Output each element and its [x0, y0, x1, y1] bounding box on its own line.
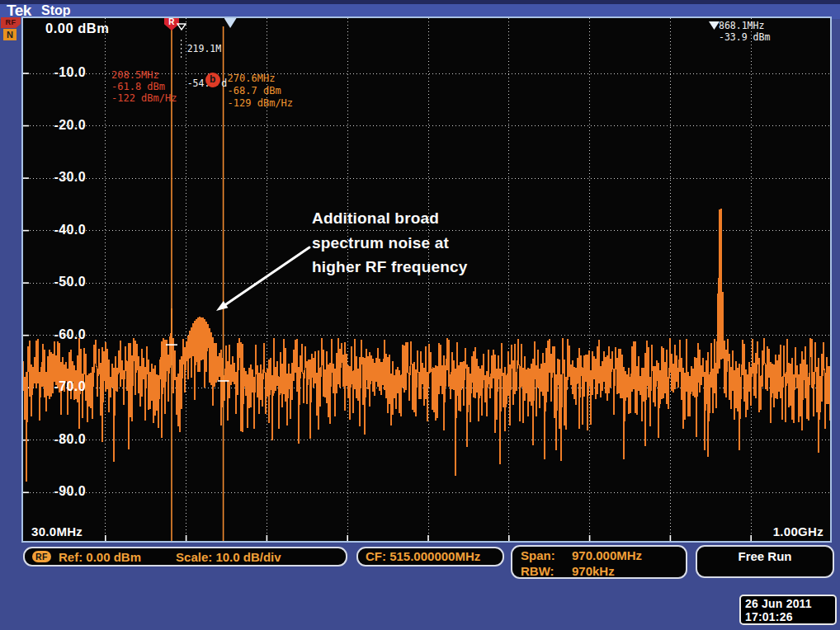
readout-line: 208.5MHz	[111, 69, 177, 81]
readout-line: -129 dBm/Hz	[228, 97, 293, 110]
ref-level-readout: Ref: 0.00 dBm	[59, 550, 141, 564]
span-value: 970.000MHz	[572, 548, 642, 562]
date-label: 26 Jun 2011	[745, 597, 835, 610]
marker-b-icon: b	[205, 73, 220, 87]
reference-peak-readout: 219.1M -54.8 d	[187, 20, 227, 112]
readout-line: 868.1MHz	[719, 20, 770, 31]
x-axis-start-label: 30.0MHz	[31, 524, 83, 538]
y-axis-tick-label: -60.0	[35, 327, 86, 344]
span-rbw-menu[interactable]: Span:970.000MHz RBW:970kHz	[511, 545, 687, 579]
peak-marker-readout: 868.1MHz-33.9 dBm	[719, 20, 770, 43]
normal-trace-badge-icon: N	[3, 29, 17, 40]
x-axis-end-label: 1.00GHz	[773, 524, 823, 538]
y-axis-tick-label: -50.0	[35, 275, 86, 291]
center-frequency-menu[interactable]: CF: 515.000000MHz	[356, 547, 504, 567]
reference-level-label: 0.00 dBm	[45, 21, 109, 36]
datetime-box: 26 Jun 2011 17:01:26	[739, 595, 837, 625]
readout-line: 219.1M	[187, 43, 227, 54]
y-axis-tick-label: -90.0	[35, 484, 86, 501]
y-axis-tick-label: -70.0	[35, 379, 86, 396]
readout-line: -61.8 dBm	[111, 81, 177, 92]
cf-readout: CF: 515.000000MHz	[366, 549, 480, 563]
y-axis-tick-label: -30.0	[35, 170, 86, 186]
marker-r-readout: 208.5MHz-61.8 dBm-122 dBm/Hz	[111, 69, 177, 104]
rf-ref-scale-menu[interactable]: RF Ref: 0.00 dBm Scale: 10.0 dB/div	[23, 547, 347, 567]
annotation-line: spectrum noise at	[312, 231, 468, 256]
readout-line: -68.7 dBm	[228, 85, 293, 97]
y-axis-tick-label: -40.0	[35, 223, 86, 239]
y-axis-tick-label: -20.0	[35, 118, 86, 134]
readout-line: -122 dBm/Hz	[111, 92, 177, 104]
peak-marker-outline-icon	[177, 23, 186, 31]
marker-b-readout: 270.6MHz-68.7 dBm-129 dBm/Hz	[228, 73, 293, 110]
span-label: Span:	[521, 548, 572, 564]
time-label: 17:01:26	[745, 610, 835, 623]
rbw-value: 970kHz	[572, 564, 615, 578]
y-axis-tick-label: -10.0	[35, 65, 86, 82]
y-axis-tick-label: -80.0	[35, 432, 86, 449]
trigger-status: Free Run	[738, 549, 791, 563]
rf-channel-tab-icon: RF	[1, 17, 21, 28]
rf-menu-badge: RF	[32, 551, 51, 562]
readout-line: -33.9 dBm	[719, 31, 770, 43]
span-row: Span:970.000MHz	[521, 548, 686, 564]
scale-readout: Scale: 10.0 dB/div	[176, 550, 281, 564]
annotation-line: Additional broad	[312, 206, 468, 231]
spectrum-graticule: 0.00 dBm -10.0-20.0-30.0-40.0-50.0-60.0-…	[21, 16, 832, 543]
annotation-line: higher RF frequency	[312, 255, 468, 280]
rbw-label: RBW:	[521, 564, 572, 580]
rbw-row: RBW:970kHz	[521, 564, 686, 580]
graticule-inner: 0.00 dBm -10.0-20.0-30.0-40.0-50.0-60.0-…	[23, 18, 830, 541]
annotation-text: Additional broadspectrum noise athigher …	[312, 206, 468, 280]
readout-line: 270.6MHz	[228, 73, 293, 85]
trigger-status-menu[interactable]: Free Run	[696, 545, 834, 578]
